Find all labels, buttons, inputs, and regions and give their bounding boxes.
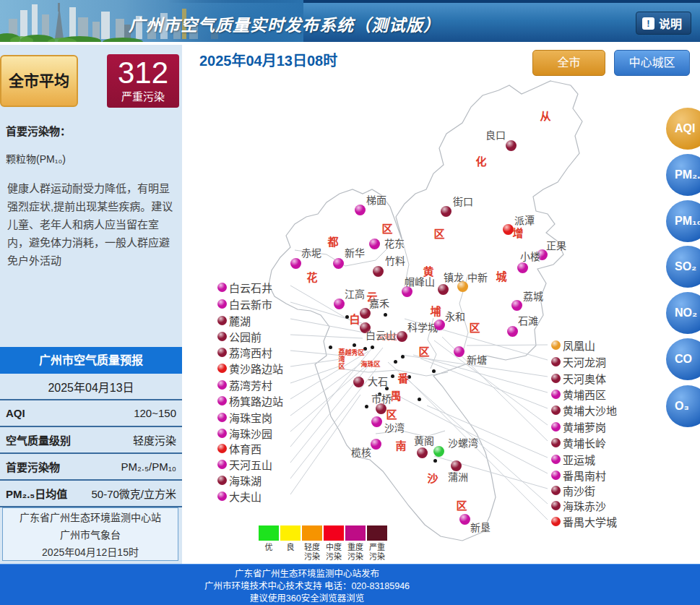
- help-button[interactable]: ! 说明: [636, 12, 691, 35]
- map-point-marker: [394, 360, 397, 364]
- map-station-dot[interactable]: [417, 447, 428, 458]
- map-station-dot[interactable]: [441, 206, 451, 217]
- list-item[interactable]: 体育西: [217, 441, 262, 456]
- map-station-dot[interactable]: [506, 140, 517, 151]
- forecast-row: 首要污染物PM₂.₅/PM₁₀: [0, 454, 182, 481]
- map-station-dot[interactable]: [333, 258, 344, 269]
- station-name: 荔湾西村: [229, 345, 272, 360]
- map-station-dot[interactable]: [371, 439, 381, 450]
- list-item[interactable]: 南沙街: [551, 483, 595, 498]
- station-level-dot: [551, 455, 561, 464]
- legend-label: 轻度 污染: [302, 543, 322, 562]
- pollutant-button-so₂[interactable]: SO₂: [666, 246, 700, 288]
- map-station-dot[interactable]: [507, 326, 518, 337]
- map-point-marker: [433, 459, 437, 463]
- list-item[interactable]: 海珠赤沙: [551, 498, 606, 513]
- pollutant-button-aqi[interactable]: AQI: [666, 108, 700, 150]
- list-item[interactable]: 天河龙洞: [551, 354, 606, 369]
- pollutant-button-o₃[interactable]: O₃: [666, 385, 700, 427]
- station-level-dot: [217, 364, 227, 373]
- map-station-dot[interactable]: [355, 205, 366, 215]
- list-item[interactable]: 黄埔萝岗: [551, 419, 606, 434]
- map-station-dot[interactable]: [334, 299, 345, 309]
- map-point-marker: [432, 369, 436, 373]
- list-item[interactable]: 荔湾西村: [217, 345, 272, 360]
- map-station-dot[interactable]: [433, 446, 444, 457]
- list-item[interactable]: 凤凰山: [551, 338, 595, 353]
- footer-line: 建议使用360安全浏览器浏览: [186, 593, 428, 605]
- citywide-view-button[interactable]: 全市: [532, 50, 605, 76]
- district-label-small: 荔湾区: [337, 348, 347, 370]
- pollutant-button-pm₁₀[interactable]: PM₁₀: [666, 200, 700, 242]
- map-station-dot[interactable]: [511, 300, 522, 311]
- list-item[interactable]: 荔湾芳村: [217, 377, 272, 392]
- list-item[interactable]: 黄沙路边站: [217, 361, 283, 376]
- station-name: 黄埔萝岗: [563, 419, 606, 434]
- station-level-dot: [551, 517, 561, 526]
- list-item[interactable]: 黄埔长岭: [551, 435, 606, 450]
- source-line: 广东省广州生态环境监测中心站: [3, 509, 178, 526]
- forecast-row-label: 首要污染物: [6, 459, 60, 474]
- station-name: 白云石井: [229, 280, 272, 295]
- map-station-dot[interactable]: [397, 331, 407, 342]
- station-level-dot: [217, 460, 227, 469]
- map-station-dot[interactable]: [438, 284, 449, 295]
- map-station-dot[interactable]: [369, 239, 380, 249]
- aqi-value-box: 312 严重污染: [107, 54, 179, 108]
- legend-color-swatch: [324, 525, 344, 541]
- list-item[interactable]: 海珠沙园: [217, 426, 272, 441]
- list-item[interactable]: 杨箕路边站: [217, 393, 283, 408]
- list-item[interactable]: 亚运城: [551, 452, 595, 467]
- pollutant-button-pm₂.₅[interactable]: PM₂.₅: [666, 154, 700, 196]
- map-station-dot[interactable]: [373, 266, 384, 277]
- list-item[interactable]: 白云新市: [217, 296, 272, 312]
- station-level-dot: [551, 357, 561, 366]
- district-label: 番: [397, 370, 408, 385]
- list-item[interactable]: 番禺大学城: [551, 514, 617, 529]
- map-station-label: 沙螺湾: [448, 435, 478, 450]
- station-level-dot: [217, 380, 227, 390]
- list-item[interactable]: 天河五山: [217, 457, 272, 472]
- map-station-dot[interactable]: [457, 281, 468, 292]
- map-station-label: 新塘: [467, 352, 487, 366]
- map-station-dot[interactable]: [459, 514, 470, 525]
- map-station-dot[interactable]: [353, 377, 364, 387]
- list-item[interactable]: 麓湖: [217, 313, 251, 328]
- map-station-dot[interactable]: [371, 416, 382, 427]
- list-item[interactable]: 黄埔大沙地: [551, 403, 617, 418]
- station-level-dot: [217, 413, 227, 422]
- station-name: 体育西: [229, 441, 262, 456]
- map-station-label: 竹料: [385, 253, 405, 267]
- citywide-average-button[interactable]: 全市平均: [0, 55, 78, 107]
- map-station-dot[interactable]: [434, 319, 445, 330]
- station-name: 海珠湖: [229, 473, 262, 488]
- list-item[interactable]: 公园前: [217, 329, 262, 344]
- list-item[interactable]: 天河奥体: [551, 371, 606, 386]
- pollutant-button-no₂[interactable]: NO₂: [666, 292, 700, 334]
- help-label: 说明: [659, 14, 682, 32]
- map-station-dot[interactable]: [503, 224, 514, 235]
- station-name: 公园前: [229, 329, 262, 344]
- list-item[interactable]: 白云石井: [217, 280, 272, 295]
- footer-text: 广东省广州生态环境监测中心站发布广州市环境技术中心技术支持 电话：020-831…: [186, 568, 428, 605]
- map-station-dot[interactable]: [290, 258, 301, 269]
- station-level-dot: [551, 486, 561, 495]
- map-station-label: 梯面: [366, 192, 386, 207]
- map-station-dot[interactable]: [454, 346, 464, 357]
- pollutant-button-co[interactable]: CO: [666, 338, 700, 380]
- station-level-dot: [217, 348, 227, 357]
- map-station-dot[interactable]: [517, 262, 528, 273]
- list-item[interactable]: 大夫山: [217, 489, 262, 504]
- station-name: 天河五山: [229, 457, 272, 472]
- legend-label: 重度 污染: [345, 543, 366, 562]
- central-districts-view-button[interactable]: 中心城区: [614, 50, 690, 76]
- map-station-label: 嘉禾: [369, 296, 389, 310]
- list-item[interactable]: 海珠湖: [217, 473, 262, 488]
- list-item[interactable]: 黄埔西区: [551, 387, 606, 402]
- list-item[interactable]: 番禺南村: [551, 468, 606, 483]
- station-name: 番禺大学城: [563, 514, 617, 529]
- list-item[interactable]: 海珠宝岗: [217, 410, 272, 425]
- map-station-label: 江高: [345, 286, 365, 301]
- station-level-dot: [551, 406, 561, 415]
- station-name: 黄埔大沙地: [563, 403, 617, 418]
